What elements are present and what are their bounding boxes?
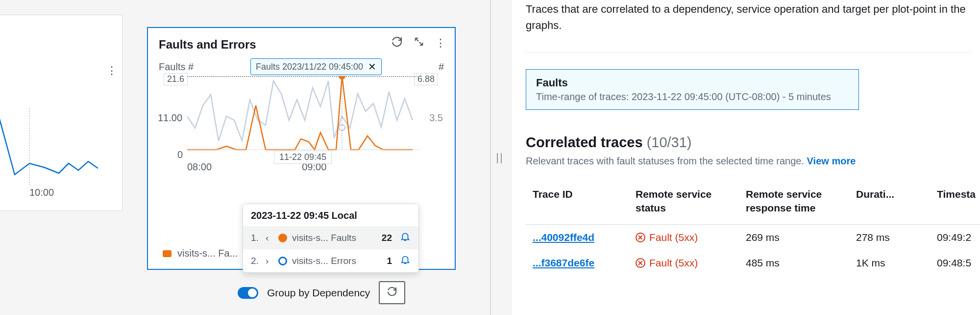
- y-axis-right-label: #: [439, 61, 444, 73]
- col-trace-id[interactable]: Trace ID: [526, 183, 629, 224]
- section-subtitle: Relevant traces with fault statuses from…: [526, 156, 970, 167]
- bell-icon[interactable]: [400, 231, 411, 244]
- status-badge: ✕Fault (5xx): [636, 257, 732, 269]
- grip-icon: ||: [496, 151, 503, 164]
- kebab-menu-icon[interactable]: ⋮: [435, 37, 446, 50]
- tooltip-row-faults[interactable]: 1. ‹ visits-s... Faults 22: [243, 226, 418, 249]
- group-by-dependency-toggle[interactable]: [238, 287, 258, 299]
- x-tooltip-label: 11-22 09:45: [274, 151, 332, 164]
- chart-plot-area[interactable]: 21.6 6.88 11.00 3.5 0 08:00 09:00 . 11-2…: [164, 78, 438, 176]
- alert-subtitle: Time-range of traces: 2023-11-22 09:45:0…: [536, 91, 849, 103]
- legend-label: visits-s... Fa...: [177, 248, 238, 259]
- duration-cell: 1K ms: [849, 250, 930, 276]
- col-duration[interactable]: Durati...: [849, 183, 930, 224]
- col-response-time[interactable]: Remote service response time: [739, 183, 849, 224]
- response-time-cell: 269 ms: [739, 224, 849, 250]
- error-circle-icon: ✕: [636, 233, 645, 242]
- expand-icon[interactable]: [414, 36, 424, 50]
- tooltip-row-errors[interactable]: 2. › visits-s... Errors 1: [243, 249, 418, 272]
- y-zero-left: 0: [177, 149, 183, 160]
- toggle-label: Group by Dependency: [267, 287, 370, 299]
- traces-panel: Traces that are correlated to a dependen…: [512, 0, 980, 315]
- panel-description: Traces that are correlated to a dependen…: [526, 1, 970, 33]
- chart-lines: [187, 76, 419, 159]
- timestamp-cell: 09:49:2: [930, 224, 980, 250]
- tooltip-header: 2023-11-22 09:45 Local: [243, 204, 418, 226]
- timestamp-cell: 09:48:5: [930, 250, 980, 276]
- adjacent-chart-card: ⋮ 10:00: [0, 15, 122, 211]
- series-dot-icon: [278, 257, 287, 265]
- chevron-left-icon: ‹: [266, 233, 273, 243]
- refresh-button[interactable]: [379, 281, 405, 304]
- selection-chip[interactable]: Faults 2023/11/22 09:45:00 ✕: [250, 58, 382, 75]
- chart-footer-controls: Group by Dependency: [238, 281, 405, 304]
- close-icon[interactable]: ✕: [368, 61, 376, 73]
- status-badge: ✕Fault (5xx): [636, 232, 732, 243]
- trace-id-link[interactable]: ...f3687de6fe: [526, 250, 629, 276]
- legend-swatch-icon: [163, 250, 172, 257]
- table-row: ...f3687de6fe ✕Fault (5xx) 485 ms 1K ms …: [526, 250, 980, 276]
- duration-cell: 278 ms: [849, 224, 930, 250]
- refresh-icon[interactable]: [391, 36, 403, 51]
- y-max-left: 21.6: [164, 73, 188, 85]
- col-status[interactable]: Remote service status: [629, 183, 739, 224]
- trace-id-link[interactable]: ...40092ffe4d: [526, 224, 629, 250]
- response-time-cell: 485 ms: [739, 250, 849, 276]
- alert-title: Faults: [536, 77, 849, 89]
- chart-legend: visits-s... Fa...: [163, 248, 238, 259]
- y-mid-right: 3.5: [429, 112, 443, 124]
- adjacent-chart-plot: [0, 108, 98, 187]
- panel-resize-handle[interactable]: ||: [490, 0, 510, 315]
- chip-text: Faults 2023/11/22 09:45:00: [256, 62, 363, 72]
- x-tick-label: 08:00: [187, 161, 212, 173]
- faults-alert: Faults Time-range of traces: 2023-11-22 …: [526, 69, 859, 110]
- error-circle-icon: ✕: [636, 258, 645, 268]
- traces-table: Trace ID Remote service status Remote se…: [526, 183, 980, 276]
- x-tick-label: 10:00: [29, 187, 54, 198]
- correlated-traces-heading: Correlated traces (10/31): [526, 134, 970, 151]
- datapoint-tooltip: 2023-11-22 09:45 Local 1. ‹ visits-s... …: [243, 204, 419, 273]
- series-dot-icon: [278, 234, 287, 242]
- y-mid-left: 11.00: [158, 112, 182, 124]
- bell-icon[interactable]: [400, 254, 411, 267]
- kebab-menu-icon[interactable]: ⋮: [106, 64, 117, 77]
- col-timestamp[interactable]: Timesta: [930, 183, 980, 224]
- view-more-link[interactable]: View more: [807, 156, 856, 166]
- divider: [526, 52, 970, 52]
- chevron-right-icon: ›: [266, 256, 273, 266]
- y-axis-left-label: Faults #: [159, 61, 194, 73]
- table-row: ...40092ffe4d ✕Fault (5xx) 269 ms 278 ms…: [526, 224, 980, 250]
